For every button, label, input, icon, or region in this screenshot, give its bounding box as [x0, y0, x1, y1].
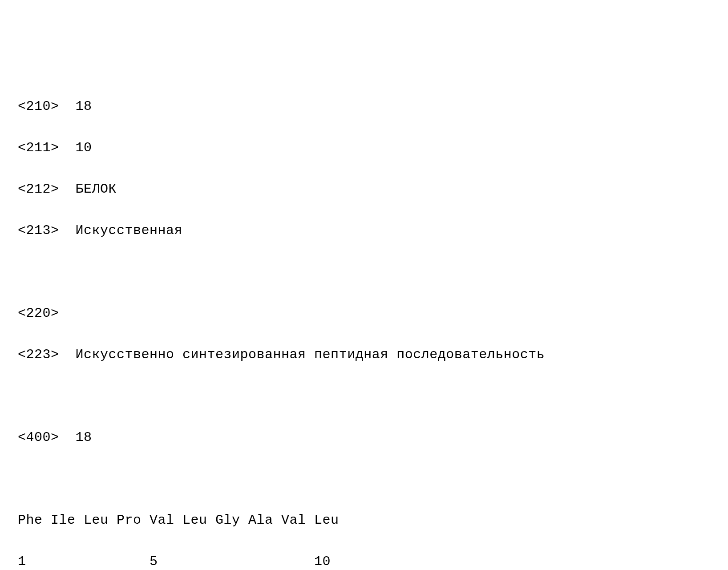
- sequence-positions: 1 5 10: [18, 551, 710, 570]
- tag-211: <211> 10: [18, 137, 710, 158]
- blank-line: [18, 469, 710, 489]
- tag-label: <400>: [18, 430, 59, 445]
- blank-line: [18, 386, 710, 407]
- sequence-residues: Phe Ile Leu Pro Val Leu Gly Ala Val Leu: [18, 510, 710, 531]
- tag-label: <212>: [18, 182, 59, 197]
- tag-value: 18: [76, 430, 92, 445]
- tag-value: БЕЛОК: [76, 182, 117, 197]
- tag-value: 10: [76, 140, 92, 155]
- tag-220: <220>: [18, 303, 710, 324]
- tag-label: <213>: [18, 223, 59, 238]
- tag-label: <220>: [18, 306, 59, 321]
- tag-212: <212> БЕЛОК: [18, 179, 710, 200]
- tag-210: <210> 18: [18, 96, 710, 117]
- tag-label: <223>: [18, 347, 59, 362]
- tag-value: 18: [76, 99, 92, 114]
- tag-value: Искусственная: [76, 223, 183, 238]
- tag-223: <223> Искусственно синтезированная пепти…: [18, 344, 710, 365]
- tag-400: <400> 18: [18, 427, 710, 448]
- tag-label: <210>: [18, 99, 59, 114]
- tag-value: Искусственно синтезированная пептидная п…: [76, 347, 545, 362]
- blank-line: [18, 262, 710, 283]
- tag-213: <213> Искусственная: [18, 220, 710, 241]
- tag-label: <211>: [18, 140, 59, 155]
